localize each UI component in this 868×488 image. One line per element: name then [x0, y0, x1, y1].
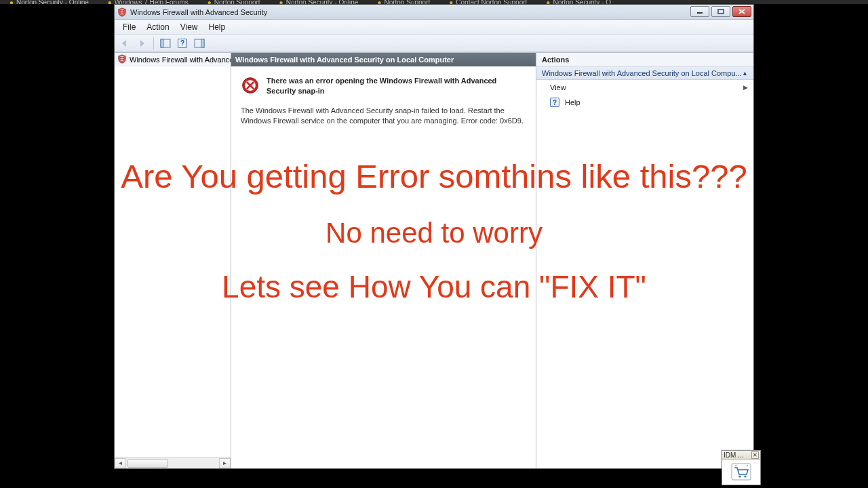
- menu-bar: File Action View Help: [115, 20, 753, 35]
- tree-root-label: Windows Firewall with Advance: [130, 56, 231, 64]
- firewall-shield-icon: [117, 54, 127, 65]
- error-panel: There was an error opening the Windows F…: [231, 66, 536, 125]
- show-hide-action-pane-button[interactable]: [192, 37, 207, 50]
- maximize-button[interactable]: [711, 6, 730, 17]
- actions-group-label: Windows Firewall with Advanced Security …: [542, 69, 742, 77]
- collapse-icon: ▲: [742, 70, 748, 77]
- scroll-track[interactable]: [126, 458, 219, 468]
- submenu-arrow-icon: ▶: [743, 84, 748, 91]
- svg-rect-2: [718, 9, 724, 14]
- error-icon: [241, 76, 260, 95]
- action-view[interactable]: View ▶: [536, 80, 753, 95]
- firewall-app-icon: [117, 7, 127, 17]
- help-icon: ?: [550, 98, 559, 107]
- svg-point-11: [738, 475, 741, 477]
- action-help[interactable]: ? Help: [536, 95, 753, 110]
- idm-popup[interactable]: IDM ... ✕: [722, 450, 761, 485]
- mmc-window: Windows Firewall with Advanced Security …: [114, 4, 754, 469]
- toolbar-separator: [153, 37, 154, 49]
- idm-title: IDM ...: [724, 451, 743, 459]
- forward-button[interactable]: [134, 37, 149, 50]
- content-area: Windows Firewall with Advance ◄ ► Window…: [115, 52, 753, 468]
- scroll-left-icon[interactable]: ◄: [115, 458, 126, 468]
- details-pane: Windows Firewall with Advanced Security …: [231, 53, 536, 468]
- idm-title-bar[interactable]: IDM ... ✕: [722, 451, 760, 460]
- svg-point-12: [744, 475, 746, 477]
- title-bar[interactable]: Windows Firewall with Advanced Security: [115, 5, 753, 20]
- tree-horizontal-scrollbar[interactable]: ◄ ►: [115, 457, 231, 468]
- menu-help[interactable]: Help: [203, 20, 231, 34]
- minimize-button[interactable]: [690, 6, 709, 17]
- actions-group[interactable]: Windows Firewall with Advanced Security …: [536, 66, 753, 80]
- back-button[interactable]: [117, 37, 132, 50]
- svg-rect-4: [161, 39, 163, 47]
- idm-close-button[interactable]: ✕: [751, 451, 759, 459]
- menu-view[interactable]: View: [175, 20, 203, 34]
- actions-pane: Actions Windows Firewall with Advanced S…: [536, 53, 753, 468]
- help-icon: ?: [178, 39, 187, 48]
- cart-icon: [731, 463, 751, 482]
- menu-action[interactable]: Action: [141, 20, 174, 34]
- error-title: There was an error opening the Windows F…: [267, 76, 526, 96]
- details-header: Windows Firewall with Advanced Security …: [231, 53, 536, 66]
- toolbar: ?: [115, 35, 753, 52]
- idm-body: [722, 460, 760, 485]
- tree-root-item[interactable]: Windows Firewall with Advance: [115, 53, 231, 66]
- menu-file[interactable]: File: [117, 20, 141, 34]
- svg-rect-1: [697, 12, 703, 14]
- error-body: The Windows Firewall with Advanced Secur…: [241, 106, 526, 126]
- show-hide-tree-button[interactable]: [158, 37, 173, 50]
- action-view-label: View: [550, 83, 566, 92]
- console-tree-pane: Windows Firewall with Advance ◄ ►: [115, 53, 231, 468]
- svg-rect-6: [201, 39, 204, 47]
- window-title: Windows Firewall with Advanced Security: [130, 8, 690, 16]
- action-help-label: Help: [565, 98, 580, 106]
- help-button[interactable]: ?: [175, 37, 190, 50]
- actions-header: Actions: [536, 53, 753, 66]
- scroll-right-icon[interactable]: ►: [219, 458, 231, 468]
- close-button[interactable]: [732, 6, 751, 17]
- scroll-thumb[interactable]: [127, 459, 168, 468]
- browser-tab[interactable]: ●Norton Security - Online: [0, 0, 98, 4]
